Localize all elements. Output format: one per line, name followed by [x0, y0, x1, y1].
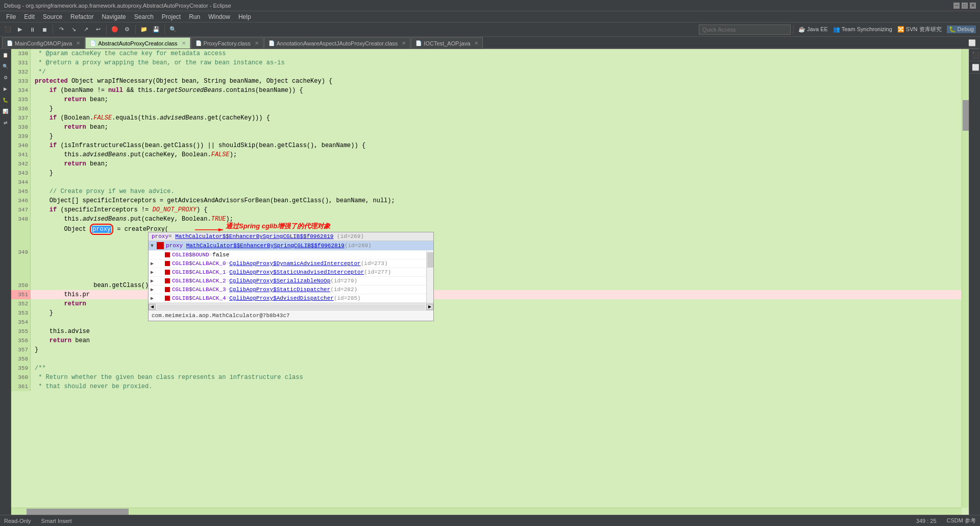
- close-button[interactable]: ✕: [970, 3, 976, 9]
- expand-icon-5[interactable]: ▶: [151, 278, 157, 284]
- tab-proxy-factory[interactable]: 📄 ProxyFactory.class ✕: [191, 37, 263, 49]
- tab-close-1[interactable]: ✕: [76, 40, 80, 46]
- debug-icon-small-5: [165, 278, 170, 283]
- expand-icon-6[interactable]: ▶: [151, 286, 157, 293]
- code-line-358: 358: [11, 354, 969, 364]
- bottom-scrollbar[interactable]: [11, 508, 962, 515]
- debug-header-id: (id=269): [333, 233, 363, 240]
- debug-label[interactable]: 🐛 Debug: [947, 26, 976, 33]
- debug-row-6[interactable]: ▶ CGLIB$CALLBACK_3 = CglibAopProxy$Stati…: [149, 285, 433, 294]
- code-line-337: 337 if (Boolean.FALSE.equals(this.advise…: [11, 113, 969, 123]
- menu-search[interactable]: Search: [130, 12, 158, 21]
- code-line-347: 347 if (specificInterceptors != DO_NOT_P…: [11, 205, 969, 214]
- line-content-333: protected Object wrapIfNecessary(Object …: [31, 77, 969, 86]
- line-content-361: * that should never be proxied.: [31, 382, 969, 391]
- status-position: 349 : 25: [916, 518, 937, 524]
- toolbar-btn-13[interactable]: 🔍: [167, 24, 179, 35]
- menu-help[interactable]: Help: [234, 12, 255, 21]
- debug-row-7[interactable]: ▶ CGLIB$CALLBACK_4 = CglibAopProxy$Advis…: [149, 294, 433, 303]
- toolbar-btn-9[interactable]: 🔴: [109, 24, 120, 35]
- sidebar-btn-3[interactable]: ⚙: [1, 73, 11, 83]
- line-num-331: 331: [11, 58, 31, 67]
- tab-abstract-auto[interactable]: 📄 AbstractAutoProxyCreator.class ✕: [85, 37, 190, 49]
- maximize-button[interactable]: □: [962, 3, 968, 9]
- line-content-343: }: [31, 169, 969, 178]
- toolbar-btn-2[interactable]: ▶: [14, 24, 26, 35]
- sidebar-btn-6[interactable]: 📊: [1, 106, 11, 116]
- debug-row-3[interactable]: ▶ CGLIB$CALLBACK_0 = CglibAopProxy$Dynam…: [149, 259, 433, 268]
- code-area[interactable]: 330 * @param cacheKey the cache key for …: [11, 49, 969, 515]
- minimize-button[interactable]: ─: [953, 3, 960, 9]
- debug-row-2[interactable]: CGLIB$BOUND = false: [149, 251, 433, 259]
- tab-maximize[interactable]: ⬜: [966, 38, 978, 48]
- sidebar-btn-4[interactable]: ▶: [1, 84, 11, 94]
- expand-icon-3[interactable]: ▶: [151, 260, 157, 267]
- menu-window[interactable]: Window: [204, 12, 234, 21]
- rp-maximize[interactable]: ⬜: [969, 61, 980, 74]
- toolbar-btn-5[interactable]: ↷: [56, 24, 67, 35]
- tab-close-3[interactable]: ✕: [255, 40, 259, 46]
- sidebar-btn-5[interactable]: 🐛: [1, 95, 11, 105]
- rp-minimize[interactable]: ⬛: [969, 49, 980, 61]
- line-num-353: 353: [11, 308, 31, 318]
- debug-row-name-6: CGLIB$CALLBACK_3: [172, 286, 226, 293]
- menu-project[interactable]: Project: [158, 12, 185, 21]
- toolbar-btn-1[interactable]: ⬛: [2, 24, 13, 35]
- right-scrollbar[interactable]: [962, 49, 969, 508]
- line-num-335: 335: [11, 95, 31, 104]
- menu-run[interactable]: Run: [185, 12, 204, 21]
- toolbar-btn-6[interactable]: ↘: [68, 24, 79, 35]
- debug-icon-small-6: [165, 287, 170, 292]
- status-readonly: Read-Only: [4, 518, 31, 524]
- tab-close-2[interactable]: ✕: [182, 40, 186, 46]
- code-line-357: 357 }: [11, 345, 969, 354]
- line-content-360: * Return whether the given bean class re…: [31, 373, 969, 382]
- sidebar-btn-1[interactable]: 📋: [1, 50, 11, 60]
- debug-icon-small-3: [165, 261, 170, 266]
- java-ee-label[interactable]: ☕ Java EE: [798, 26, 828, 33]
- code-line-342: 342 return bean;: [11, 159, 969, 169]
- tab-annotation-aware[interactable]: 📄 AnnotationAwareAspectJAutoProxyCreator…: [264, 37, 411, 49]
- code-line-338: 338 return bean;: [11, 123, 969, 132]
- toolbar-btn-4[interactable]: ⏹: [39, 24, 50, 35]
- debug-row-4[interactable]: ▶ CGLIB$CALLBACK_1 = CglibAopProxy$Stati…: [149, 268, 433, 277]
- tab-close-5[interactable]: ✕: [474, 40, 478, 46]
- toolbar-btn-8[interactable]: ↩: [92, 24, 104, 35]
- sidebar-btn-2[interactable]: 🔍: [1, 61, 11, 71]
- hscroll-right[interactable]: ▶: [426, 304, 433, 310]
- debug-row-header[interactable]: ▼ proxy = MathCalculator$$EnhancerBySpri…: [149, 241, 433, 251]
- line-num-352: 352: [11, 299, 31, 308]
- menu-file[interactable]: File: [2, 12, 20, 21]
- toolbar-btn-11[interactable]: 📁: [138, 24, 150, 35]
- tab-ioctest[interactable]: 📄 IOCTest_AOP.java ✕: [411, 37, 483, 49]
- expand-icon-1[interactable]: ▼: [151, 243, 157, 249]
- team-sync-label[interactable]: 👥 Team Synchronizing: [833, 26, 892, 33]
- toolbar-sep-5: [793, 25, 794, 34]
- svn-label[interactable]: 🔀 SVN 资库研究: [897, 26, 942, 33]
- menu-navigate[interactable]: Navigate: [97, 12, 130, 21]
- window-controls[interactable]: ─ □ ✕: [953, 3, 976, 9]
- sidebar-btn-7[interactable]: ⇌: [1, 117, 11, 128]
- hscroll-left[interactable]: ◀: [149, 304, 156, 310]
- toolbar-btn-3[interactable]: ⏸: [27, 24, 38, 35]
- expand-icon-7[interactable]: ▶: [151, 295, 157, 301]
- toolbar-btn-12[interactable]: 💾: [151, 24, 162, 35]
- tab-close-4[interactable]: ✕: [402, 40, 406, 46]
- debug-scrollbar[interactable]: [426, 251, 433, 303]
- hscroll-thumb: [27, 509, 129, 515]
- menu-source[interactable]: Source: [39, 12, 66, 21]
- menu-edit[interactable]: Edit: [20, 12, 39, 21]
- toolbar-btn-7[interactable]: ↗: [80, 24, 91, 35]
- menu-refactor[interactable]: Refactor: [66, 12, 97, 21]
- expand-icon-4[interactable]: ▶: [151, 269, 157, 275]
- line-num-356: 356: [11, 336, 31, 345]
- line-content-334: if (beanName != null && this.targetSourc…: [31, 86, 969, 95]
- tab-label-5: IOCTest_AOP.java: [424, 40, 470, 46]
- quick-access-input[interactable]: [699, 25, 791, 35]
- debug-row-5[interactable]: ▶ CGLIB$CALLBACK_2 = CglibAopProxy$Seria…: [149, 277, 433, 285]
- debug-hscroll[interactable]: ◀ ▶: [149, 303, 433, 310]
- toolbar-btn-10[interactable]: ⚙: [121, 24, 133, 35]
- debug-row-name-5: CGLIB$CALLBACK_2: [172, 278, 226, 284]
- debug-popup: proxy= MathCalculator$$EnhancerBySpringC…: [148, 232, 434, 321]
- tab-main-config[interactable]: 📄 MainConfigOfAOP.java ✕: [2, 37, 85, 49]
